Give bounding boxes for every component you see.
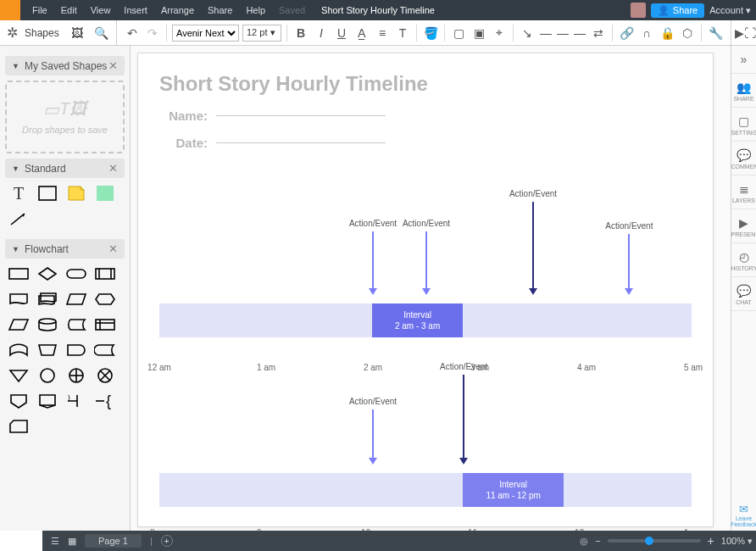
fc-prep[interactable] [93, 289, 117, 309]
border-icon[interactable]: ▢ [450, 25, 467, 42]
fc-predef[interactable] [93, 264, 117, 284]
interval-2[interactable]: Interval 11 am - 12 pm [463, 473, 564, 507]
fc-sum[interactable] [93, 365, 117, 386]
fc-data[interactable] [7, 314, 31, 335]
share-button[interactable]: 👤Share [651, 3, 704, 18]
timeline-2[interactable]: Interval 11 am - 12 pm [159, 473, 692, 507]
close-icon[interactable]: ✕ [108, 59, 118, 72]
feedback-link[interactable]: ✉Leave Feedback [731, 499, 756, 531]
wrench-icon[interactable]: 🔧 [707, 25, 724, 42]
fc-input[interactable] [64, 289, 88, 309]
event-arrow[interactable] [463, 375, 464, 465]
cube-icon[interactable]: ⬡ [679, 25, 696, 42]
event-arrow[interactable] [425, 231, 427, 295]
add-page-button[interactable]: + [161, 535, 173, 547]
fill-icon[interactable]: 🪣 [422, 25, 439, 42]
page-title[interactable]: Short Story Hourly Timeline [159, 72, 428, 96]
fc-terminator[interactable] [64, 264, 88, 284]
standard-header[interactable]: ▼ Standard ✕ [5, 159, 125, 178]
align-icon[interactable]: ≡ [374, 25, 391, 42]
shape-block[interactable] [93, 183, 117, 203]
text-color-icon[interactable]: A̲ [353, 25, 370, 42]
line-style-3-icon[interactable]: — [573, 25, 586, 42]
font-select[interactable]: Avenir Next [172, 25, 239, 42]
underline-icon[interactable]: U [333, 25, 350, 42]
event-arrow[interactable] [532, 202, 534, 295]
app-logo[interactable] [0, 0, 20, 20]
rs-settings[interactable]: ▢SETTINGS [731, 108, 757, 142]
fc-process[interactable] [7, 264, 31, 284]
account-menu[interactable]: Account ▾ [709, 5, 751, 16]
fc-storage[interactable] [64, 314, 88, 335]
avatar[interactable] [631, 3, 646, 18]
fc-manual[interactable] [36, 340, 59, 360]
shape-arrow[interactable] [7, 209, 31, 229]
event-arrow[interactable] [372, 231, 374, 295]
rs-present[interactable]: ▶PRESENT [731, 209, 757, 243]
shapes-gear-icon[interactable]: ✲ [7, 25, 18, 41]
rs-chat[interactable]: 💬CHAT [731, 277, 757, 311]
fc-or[interactable] [64, 365, 88, 386]
fc-offpage[interactable] [7, 391, 31, 411]
lock-icon[interactable]: 🔒 [659, 25, 675, 42]
zoom-slider[interactable] [608, 539, 701, 543]
collapse-button[interactable]: » [731, 46, 757, 74]
rs-share[interactable]: 👥SHARE [731, 74, 757, 108]
line-end-icon[interactable]: ⇄ [590, 25, 607, 42]
fc-document[interactable] [7, 289, 31, 309]
shape-rect[interactable] [36, 183, 59, 203]
menu-help[interactable]: Help [239, 5, 272, 15]
menu-view[interactable]: View [84, 5, 118, 15]
grid-view-icon[interactable]: ▦ [68, 536, 76, 547]
fc-connector[interactable] [36, 365, 59, 386]
fc-decision[interactable] [36, 264, 59, 284]
saved-shapes-dropzone[interactable]: ▭T🖼 Drop shapes to save [5, 81, 125, 153]
list-view-icon[interactable]: ☰ [51, 536, 59, 547]
menu-file[interactable]: File [25, 5, 54, 15]
bold-icon[interactable]: B [292, 25, 309, 42]
shape-note[interactable] [64, 183, 88, 203]
menu-edit[interactable]: Edit [54, 5, 84, 15]
fc-display[interactable] [36, 391, 59, 411]
fc-internal[interactable] [93, 314, 117, 335]
rs-comment[interactable]: 💬COMMENT [731, 142, 757, 175]
event-label[interactable]: Action/Event [440, 362, 487, 371]
rs-layers[interactable]: ≣LAYERS [731, 175, 757, 209]
fc-card[interactable] [7, 416, 31, 437]
event-arrow[interactable] [372, 409, 374, 465]
saved-shapes-header[interactable]: ▼ My Saved Shapes ✕ [5, 56, 125, 75]
fc-stored[interactable] [93, 340, 117, 360]
close-icon[interactable]: ✕ [108, 162, 118, 175]
italic-icon[interactable]: I [313, 25, 330, 42]
target-icon[interactable]: ◎ [580, 536, 588, 547]
fc-brace[interactable]: { [93, 391, 117, 411]
image-icon[interactable]: 🖼 [69, 25, 86, 42]
link-icon[interactable]: 🔗 [618, 25, 635, 42]
event-label[interactable]: Action/Event [403, 219, 450, 228]
timeline-1[interactable]: Interval 2 am - 3 am [159, 303, 692, 337]
fc-database[interactable] [36, 314, 59, 335]
rs-history[interactable]: ◴HISTORY [731, 243, 757, 277]
search-icon[interactable]: 🔍 [92, 25, 109, 42]
flowchart-header[interactable]: ▼ Flowchart ✕ [5, 239, 125, 259]
interval-1[interactable]: Interval 2 am - 3 am [372, 303, 463, 337]
event-arrow[interactable] [628, 234, 630, 295]
line-style-2-icon[interactable]: — [556, 25, 570, 42]
date-field-line[interactable] [216, 142, 386, 143]
shape-text[interactable]: T [7, 183, 31, 203]
undo-icon[interactable]: ↶ [124, 25, 141, 42]
event-label[interactable]: Action/Event [349, 397, 397, 406]
font-size-field[interactable]: 12 pt ▾ [242, 25, 281, 42]
menu-share[interactable]: Share [201, 5, 239, 15]
fc-merge[interactable] [7, 365, 31, 386]
page-tab[interactable]: Page 1 [85, 534, 142, 548]
event-label[interactable]: Action/Event [605, 221, 653, 231]
canvas[interactable]: Short Story Hourly Timeline Name: Date: … [131, 46, 731, 531]
position-icon[interactable]: ⌖ [491, 25, 508, 42]
zoom-value[interactable]: 100% ▾ [721, 536, 753, 547]
shape-options-icon[interactable]: ▣ [470, 25, 487, 42]
menu-arrange[interactable]: Arrange [154, 5, 201, 15]
zoom-in-icon[interactable]: + [708, 534, 714, 548]
fc-multidoc[interactable] [36, 289, 59, 309]
fc-delay[interactable] [64, 340, 88, 360]
